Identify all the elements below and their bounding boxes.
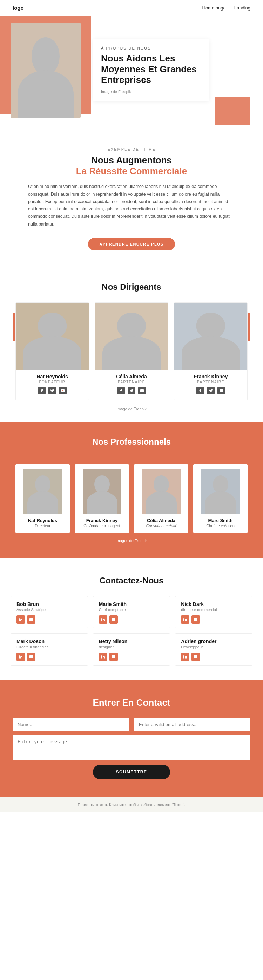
contact-title-1: Chef comptable: [99, 608, 165, 612]
contact-grid: Bob Brun Associé Stratège Marie Smith Ch…: [11, 596, 252, 666]
hero-section: À PROPOS DE NOUS Nous Aidons Les Moyenne…: [0, 16, 263, 128]
contact-section: Contactez-Nous Bob Brun Associé Stratège…: [0, 558, 263, 680]
twitter-icon[interactable]: [128, 387, 135, 395]
dirigeant-socials-2: [174, 387, 247, 395]
contact-title-4: designer: [99, 645, 165, 649]
pro-img-0: [24, 469, 62, 514]
form-section: Entrer En Contact SOUMETTRE: [0, 680, 263, 797]
hero-person-image: [11, 23, 81, 118]
contact-card-4: Betty Nilson designer: [93, 633, 170, 666]
linkedin-icon[interactable]: [16, 616, 25, 624]
contact-title-2: directeur commercial: [181, 608, 247, 612]
mail-icon[interactable]: [192, 652, 200, 661]
mail-icon[interactable]: [27, 616, 35, 624]
hero-title: Nous Aidons Les Moyennes Et Grandes Entr…: [101, 53, 201, 85]
svg-point-5: [101, 618, 102, 619]
contact-name-3: Mark Doson: [16, 639, 82, 644]
dirigeant-socials-0: [16, 387, 89, 395]
linkedin-icon[interactable]: [16, 652, 25, 661]
twitter-icon[interactable]: [48, 387, 56, 395]
mail-icon[interactable]: [27, 652, 35, 661]
svg-point-6: [184, 618, 184, 619]
contact-socials-5: [181, 652, 247, 661]
contact-card-3: Mark Doson Directeur financier: [11, 633, 88, 666]
pros-grid: Nat Reynolds Directeur Franck Kinney Co-…: [7, 457, 256, 533]
svg-rect-3: [220, 389, 223, 392]
svg-point-4: [19, 618, 20, 619]
nav-landing[interactable]: Landing: [234, 5, 250, 11]
dirigeant-name-2: Franck Kinney: [174, 374, 247, 379]
form-title: Entrer En Contact: [13, 697, 250, 708]
dirigeant-name-1: Célia Almeda: [95, 374, 168, 379]
contact-socials-1: [99, 616, 165, 624]
twitter-icon[interactable]: [207, 387, 215, 395]
aug-title-orange: La Réussite Commerciale: [28, 166, 235, 177]
aug-body: Ut enim ad minim veniam, quis nostrud ex…: [28, 183, 235, 228]
contact-name-2: Nick Dark: [181, 601, 247, 607]
instagram-icon[interactable]: [59, 387, 67, 395]
contact-card-5: Adrien gronder Développeur: [175, 633, 252, 666]
hero-image-container: [11, 23, 81, 118]
dirigeant-socials-1: [95, 387, 168, 395]
contact-title-0: Associé Stratège: [16, 608, 82, 612]
contact-socials-2: [181, 616, 247, 624]
contact-name-5: Adrien gronder: [181, 639, 247, 644]
contact-socials-0: [16, 616, 82, 624]
pro-role-2: Consultant créatif: [138, 524, 185, 528]
pro-img-3: [201, 469, 240, 514]
dirigeant-card-1: Célia Almeda PARTENAIRE: [95, 302, 168, 401]
learn-more-button[interactable]: APPRENDRE ENCORE PLUS: [88, 238, 174, 250]
contact-card-0: Bob Brun Associé Stratège: [11, 596, 88, 628]
facebook-icon[interactable]: [38, 387, 46, 395]
dirigeant-card-0: Nat Reynolds FONDATEUR: [16, 302, 89, 401]
pro-role-1: Co-fondateur + agent: [78, 524, 125, 528]
contact-name-0: Bob Brun: [16, 601, 82, 607]
contact-name-1: Marie Smith: [99, 601, 165, 607]
dirigeants-grid: Nat Reynolds FONDATEUR Célia Almeda PART…: [11, 302, 252, 401]
mail-icon[interactable]: [192, 616, 200, 624]
pro-img-1: [83, 469, 121, 514]
contact-title-3: Directeur financier: [16, 645, 82, 649]
pro-name-3: Marc Smith: [197, 518, 244, 523]
mail-icon[interactable]: [109, 652, 118, 661]
email-input[interactable]: [134, 718, 250, 731]
contact-title: Contactez-Nous: [11, 576, 252, 585]
svg-point-7: [19, 655, 20, 656]
linkedin-icon[interactable]: [181, 616, 189, 624]
pro-role-0: Directeur: [19, 524, 66, 528]
dirigeant-img-1: [95, 303, 168, 369]
contact-card-2: Nick Dark directeur commercial: [175, 596, 252, 628]
contact-socials-3: [16, 652, 82, 661]
nav-home[interactable]: Home page: [202, 5, 226, 11]
professionnels-section: Nos Professionnels Nat Reynolds Directeu…: [0, 422, 263, 558]
dirigeant-card-2: Franck Kinney PARTENAIRE: [174, 302, 247, 401]
linkedin-icon[interactable]: [181, 652, 189, 661]
instagram-icon[interactable]: [217, 387, 225, 395]
pro-name-1: Franck Kinney: [78, 518, 125, 523]
instagram-icon[interactable]: [138, 387, 146, 395]
footer-text: Примеры текста. Кликните, чтобы выбрать …: [78, 803, 185, 807]
form-row-1: [13, 718, 250, 731]
mail-icon[interactable]: [109, 616, 118, 624]
aug-tag: EXEMPLE DE TITRE: [28, 147, 235, 151]
dirigeants-section: Nos Dirigeants Nat Reynolds FONDATEUR Cé…: [0, 264, 263, 422]
pro-img-2: [142, 469, 181, 514]
logo: logo: [13, 5, 24, 11]
message-input[interactable]: [13, 735, 250, 760]
pro-name-2: Célia Almeda: [138, 518, 185, 523]
hero-tag: À PROPOS DE NOUS: [101, 46, 201, 50]
dirigeant-name-0: Nat Reynolds: [16, 374, 89, 379]
linkedin-icon[interactable]: [99, 616, 107, 624]
linkedin-icon[interactable]: [99, 652, 107, 661]
facebook-icon[interactable]: [196, 387, 204, 395]
svg-point-8: [101, 655, 102, 656]
contact-socials-4: [99, 652, 165, 661]
hero-bg-orange-right: [215, 97, 250, 125]
facebook-icon[interactable]: [117, 387, 125, 395]
pro-card-2: Célia Almeda Consultant créatif: [134, 465, 188, 533]
dirigeant-img-2: [174, 303, 247, 369]
submit-button[interactable]: SOUMETTRE: [93, 765, 170, 780]
footer: Примеры текста. Кликните, чтобы выбрать …: [0, 797, 263, 813]
dirigeant-role-1: PARTENAIRE: [95, 380, 168, 384]
name-input[interactable]: [13, 718, 129, 731]
